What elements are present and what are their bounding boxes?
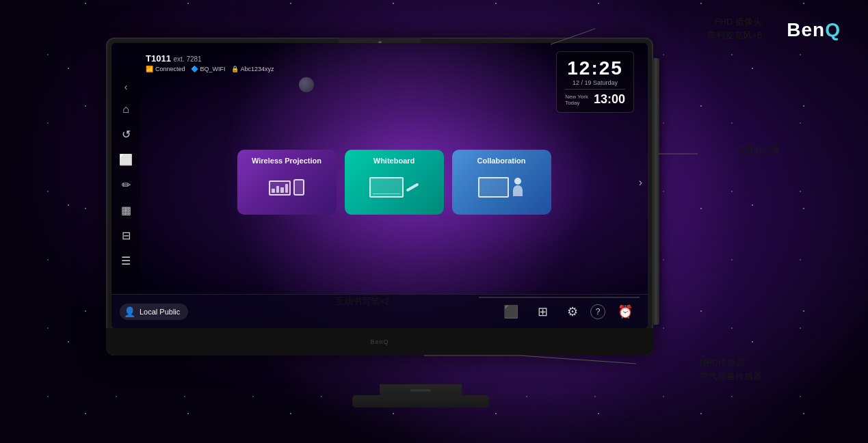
- sidebar-grid-btn[interactable]: ▦: [116, 198, 137, 222]
- benq-logo: BenQ: [787, 19, 841, 41]
- clock-widget: 12:25 12 / 19 Saturday New York Today 13…: [556, 51, 634, 113]
- sidebar-screen-btn[interactable]: ⬜: [114, 148, 138, 172]
- wp-bar4: [285, 184, 289, 193]
- wp-chart-graphic: [272, 183, 288, 193]
- password-status: 🔒 Abc1234xyz: [231, 66, 274, 72]
- settings-btn[interactable]: ⚙: [560, 300, 585, 323]
- sidebar-back-btn[interactable]: ↺: [116, 122, 136, 146]
- whiteboard-tile[interactable]: Whiteboard: [345, 150, 444, 215]
- col-head-graphic: [514, 178, 521, 185]
- monitor-bottom-bar: BenQ: [106, 328, 653, 355]
- col-monitor-graphic: [478, 177, 509, 198]
- wp-bar3: [280, 187, 284, 193]
- sidebar-pen-btn[interactable]: ✏: [116, 173, 136, 197]
- network-name: 🔷 BQ_WIFI: [191, 66, 226, 72]
- logo-text-ben: Ben: [787, 19, 825, 40]
- device-id: T1011 ext. 7281: [146, 53, 274, 64]
- sidebar-collapse-btn[interactable]: ‹: [120, 77, 132, 96]
- collaboration-icon: [458, 165, 546, 209]
- col-person-graphic: [511, 178, 525, 197]
- clock-location: New York Today 13:00: [565, 92, 625, 107]
- pen-holder: [653, 58, 659, 325]
- clock-time: 12:25: [565, 57, 625, 79]
- help-btn[interactable]: ?: [590, 304, 605, 319]
- monitor-brand-label: BenQ: [370, 338, 389, 345]
- device-status-bar: 📶 Connected 🔷 BQ_WIFI 🔒 Abc1234xyz: [146, 66, 274, 72]
- collaboration-label: Collaboration: [477, 157, 526, 165]
- wireless-projection-tile[interactable]: Wireless Projection: [237, 150, 337, 215]
- whiteboard-icon: [350, 165, 438, 209]
- col-icon-graphic: [478, 177, 525, 198]
- user-label: Local Public: [140, 308, 180, 316]
- wb-content-graphic: [373, 180, 400, 194]
- whiteboard-label: Whiteboard: [373, 157, 415, 165]
- content-next-arrow[interactable]: ›: [639, 176, 642, 189]
- user-icon: 👤: [124, 306, 135, 317]
- device-info-panel: T1011 ext. 7281 📶 Connected 🔷 BQ_WIFI 🔒 …: [146, 53, 274, 72]
- collaboration-tile[interactable]: Collaboration: [452, 150, 551, 215]
- monitor-base: [352, 395, 489, 407]
- sidebar: ‹ ⌂ ↺ ⬜ ✏ ▦ ⊟ ☰: [111, 70, 140, 294]
- sidebar-split-btn[interactable]: ⊟: [116, 224, 136, 247]
- user-button[interactable]: 👤 Local Public: [120, 304, 188, 320]
- screen: T1011 ext. 7281 📶 Connected 🔷 BQ_WIFI 🔒 …: [111, 43, 648, 328]
- wifi-status: 📶 Connected: [146, 66, 185, 72]
- wp-screen-graphic: [269, 180, 291, 196]
- clock-city: New York Today: [565, 94, 588, 106]
- screen-share-btn[interactable]: ⬛: [497, 300, 525, 323]
- stand-notch: [410, 390, 431, 392]
- lock-icon: 🔒: [231, 66, 239, 72]
- wp-phone-graphic: [293, 179, 304, 196]
- app-tiles-container: Wireless Projection: [237, 150, 551, 215]
- sidebar-home-btn[interactable]: ⌂: [117, 98, 135, 121]
- clock-btn[interactable]: ⏰: [611, 300, 640, 323]
- clock-date: 12 / 19 Saturday: [565, 79, 625, 86]
- wb-pen-graphic: [406, 183, 419, 191]
- network-icon: 🔷: [191, 66, 198, 72]
- wb-screen-graphic: [369, 177, 404, 198]
- monitor-frame: T1011 ext. 7281 📶 Connected 🔷 BQ_WIFI 🔒 …: [106, 38, 653, 355]
- clock-divider: [565, 89, 625, 90]
- wireless-projection-label: Wireless Projection: [252, 157, 321, 165]
- wp-icon-graphic: [269, 179, 304, 196]
- col-body-graphic: [513, 185, 523, 196]
- logo-text-q: Q: [825, 19, 841, 40]
- wifi-icon: 📶: [146, 66, 153, 72]
- wp-bar1: [272, 189, 275, 193]
- sidebar-more-btn[interactable]: ☰: [116, 249, 136, 273]
- apps-grid-btn[interactable]: ⊞: [531, 300, 555, 323]
- wireless-projection-icon: [243, 165, 331, 209]
- clock-time2: 13:00: [594, 92, 625, 107]
- wb-icon-graphic: [369, 177, 419, 198]
- wp-bar2: [276, 186, 280, 193]
- taskbar: 👤 Local Public ⬛ ⊞ ⚙ ? ⏰: [111, 294, 648, 328]
